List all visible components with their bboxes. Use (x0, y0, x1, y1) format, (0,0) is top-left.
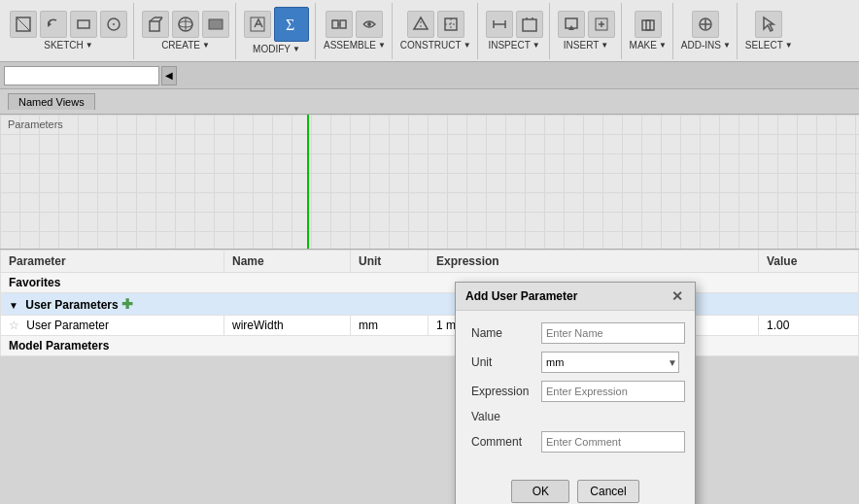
col-unit: Unit (351, 251, 429, 273)
toolbar-group-sketch: SKETCH ▼ (4, 3, 134, 59)
grid-background (0, 115, 859, 249)
value-form-row: Value (471, 410, 679, 423)
toolbar-group-inspect: INSPECT ▼ (480, 3, 550, 59)
modal-body: Name Unit mm cm m in ft ▼ Expression (456, 311, 695, 472)
unit-label: Unit (471, 355, 541, 369)
col-expression: Expression (429, 251, 759, 273)
breadcrumb: Parameters (0, 115, 71, 134)
star-icon[interactable]: ☆ (9, 319, 19, 332)
svg-rect-17 (332, 20, 338, 28)
svg-rect-6 (150, 21, 159, 31)
name-input[interactable] (541, 322, 685, 344)
assemble-icon-1[interactable] (326, 11, 353, 38)
toolbar-group-modify: Σ MODIFY ▼ (238, 3, 316, 59)
sketch-arrow: ▼ (86, 41, 93, 50)
expression-form-row: Expression (471, 381, 679, 402)
assemble-icon-2[interactable] (356, 11, 383, 38)
tabbar: ◀ (0, 62, 859, 89)
assemble-label[interactable]: ASSEMBLE ▼ (324, 40, 386, 50)
modify-label[interactable]: MODIFY ▼ (253, 44, 300, 54)
col-parameter: Parameter (1, 251, 224, 273)
insert-label[interactable]: INSERT ▼ (564, 40, 608, 50)
svg-text:Σ: Σ (286, 17, 294, 33)
origin-line (307, 115, 309, 249)
svg-rect-29 (523, 19, 536, 31)
addins-label[interactable]: ADD-INS ▼ (681, 40, 731, 50)
undo-icon[interactable] (40, 11, 67, 38)
svg-rect-18 (340, 20, 346, 28)
toolbar-group-insert: INSERT ▼ (552, 3, 622, 59)
name-label: Name (471, 326, 541, 340)
comment-form-row: Comment (471, 431, 679, 453)
tab-collapse-btn[interactable]: ◀ (161, 66, 177, 85)
views-tab-bar: Named Views (0, 89, 859, 115)
expression-label: Expression (471, 385, 541, 398)
unit-select[interactable]: mm cm m in ft (541, 352, 679, 373)
user-params-chevron[interactable]: ▼ (9, 300, 18, 311)
svg-point-5 (113, 23, 115, 25)
cancel-button[interactable]: Cancel (577, 480, 638, 503)
comment-label: Comment (471, 435, 541, 449)
make-icon-1[interactable] (635, 11, 662, 38)
toolbar-group-select: SELECT ▼ (739, 3, 799, 59)
modify-icon-1[interactable] (244, 11, 271, 38)
svg-line-1 (17, 17, 30, 31)
rect-icon[interactable] (70, 11, 97, 38)
svg-point-20 (367, 22, 371, 26)
favorites-row: Favorites (1, 273, 859, 293)
model-params-row: Model Parameters (1, 336, 859, 356)
toolbar-group-make: MAKE ▼ (624, 3, 673, 59)
circle-icon[interactable] (100, 11, 127, 38)
add-user-param-btn[interactable]: ✚ (121, 296, 133, 312)
modify-sigma-icon[interactable]: Σ (274, 7, 309, 42)
canvas-area: Parameters (0, 115, 859, 249)
svg-rect-3 (78, 20, 89, 28)
modal-close-btn[interactable]: ✕ (670, 288, 685, 304)
toolbar-group-construct: CONSTRUCT ▼ (395, 3, 478, 59)
col-name: Name (224, 251, 351, 273)
sketch-label[interactable]: SKETCH ▼ (44, 40, 92, 50)
tab-input-area (4, 66, 159, 85)
unit-form-row: Unit mm cm m in ft ▼ (471, 352, 679, 373)
modal-footer: OK Cancel (456, 472, 695, 504)
toolbar-group-create: CREATE ▼ (136, 3, 236, 59)
create-icon-3[interactable] (202, 11, 229, 38)
construct-icon-1[interactable] (407, 11, 434, 38)
col-value: Value (759, 251, 859, 273)
create-icon-2[interactable] (172, 11, 199, 38)
construct-label[interactable]: CONSTRUCT ▼ (400, 40, 471, 50)
unit-select-wrap: mm cm m in ft ▼ (541, 352, 679, 373)
expression-input[interactable] (541, 381, 685, 402)
sketch-icon-1[interactable] (10, 11, 37, 38)
parameters-table: Parameter Name Unit Expression Value Fav… (0, 250, 859, 356)
addins-icon-1[interactable] (692, 11, 719, 38)
construct-icon-2[interactable] (437, 11, 464, 38)
inspect-label[interactable]: INSPECT ▼ (488, 40, 539, 50)
user-params-row: ▼ User Parameters ✚ (1, 293, 859, 316)
toolbar-group-assemble: ASSEMBLE ▼ (318, 3, 393, 59)
insert-icon-1[interactable] (558, 11, 585, 38)
add-user-parameter-dialog: Add User Parameter ✕ Name Unit mm cm m i… (455, 282, 696, 504)
create-label[interactable]: CREATE ▼ (161, 40, 210, 50)
value-label: Value (471, 410, 541, 423)
ok-button[interactable]: OK (511, 480, 569, 503)
toolbar-group-addins: ADD-INS ▼ (675, 3, 738, 59)
svg-marker-42 (764, 17, 773, 31)
select-label[interactable]: SELECT ▼ (745, 40, 793, 50)
svg-rect-13 (209, 19, 223, 29)
modal-header: Add User Parameter ✕ (456, 283, 695, 311)
inspect-icon-2[interactable] (516, 11, 543, 38)
make-label[interactable]: MAKE ▼ (630, 40, 667, 50)
comment-input[interactable] (541, 431, 685, 453)
toolbar: SKETCH ▼ CREATE ▼ Σ (0, 0, 859, 62)
user-param-row: ☆ User Parameter wireWidth mm 1 mm 1.00 (1, 316, 859, 336)
create-icon-1[interactable] (142, 11, 169, 38)
named-views-tab[interactable]: Named Views (8, 93, 95, 110)
parameters-panel: Parameter Name Unit Expression Value Fav… (0, 249, 859, 356)
inspect-icon-1[interactable] (486, 11, 513, 38)
select-icon-1[interactable] (755, 11, 782, 38)
insert-icon-2[interactable] (588, 11, 615, 38)
modal-title: Add User Parameter (465, 289, 577, 303)
name-form-row: Name (471, 322, 679, 344)
